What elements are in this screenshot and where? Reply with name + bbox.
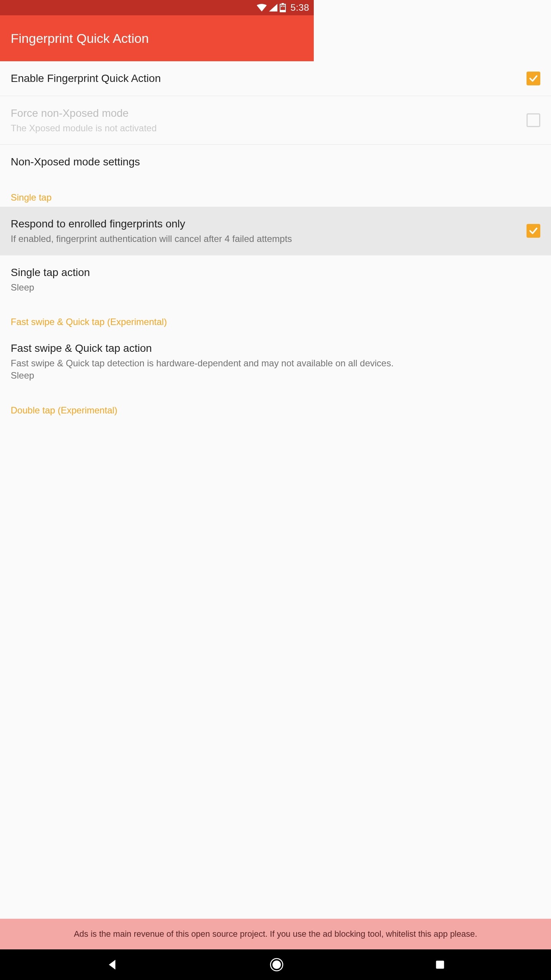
setting-label: Non-Xposed mode settings xyxy=(11,155,314,169)
status-bar: 21 5:38 xyxy=(0,0,314,15)
setting-label: Fast swipe & Quick tap action xyxy=(11,341,314,356)
setting-label: Single tap action xyxy=(11,265,314,280)
setting-label: Respond to enrolled fingerprints only xyxy=(11,217,314,231)
setting-sublabel: The Xposed module is not activated xyxy=(11,122,314,134)
status-time: 5:38 xyxy=(290,2,309,13)
appbar: Fingerprint Quick Action xyxy=(0,15,314,61)
section-double-tap: Double tap (Experimental) xyxy=(0,392,314,420)
setting-single-tap-action[interactable]: Single tap action Sleep xyxy=(0,255,314,304)
setting-label: Enable Fingerprint Quick Action xyxy=(11,71,314,86)
app-title: Fingerprint Quick Action xyxy=(11,31,149,46)
svg-rect-2 xyxy=(280,10,285,12)
section-single-tap: Single tap xyxy=(0,179,314,207)
settings-list: Enable Fingerprint Quick Action Force no… xyxy=(0,61,314,557)
setting-respond-enrolled[interactable]: Respond to enrolled fingerprints only If… xyxy=(0,207,314,255)
setting-enable-fingerprint[interactable]: Enable Fingerprint Quick Action xyxy=(0,61,314,96)
setting-force-non-xposed: Force non-Xposed mode The Xposed module … xyxy=(0,96,314,145)
battery-percentage: 21 xyxy=(280,4,286,8)
setting-value: Sleep xyxy=(11,281,314,294)
wifi-icon xyxy=(257,4,267,11)
cellular-icon xyxy=(269,4,277,11)
setting-sublabel: Fast swipe & Quick tap detection is hard… xyxy=(11,357,314,382)
setting-fast-swipe-action[interactable]: Fast swipe & Quick tap action Fast swipe… xyxy=(0,331,314,392)
setting-label: Force non-Xposed mode xyxy=(11,106,314,121)
setting-non-xposed-mode-settings[interactable]: Non-Xposed mode settings xyxy=(0,145,314,179)
setting-sublabel: If enabled, fingerprint authentication w… xyxy=(11,233,314,245)
section-fast-swipe: Fast swipe & Quick tap (Experimental) xyxy=(0,304,314,331)
battery-icon: 21 xyxy=(280,3,286,12)
